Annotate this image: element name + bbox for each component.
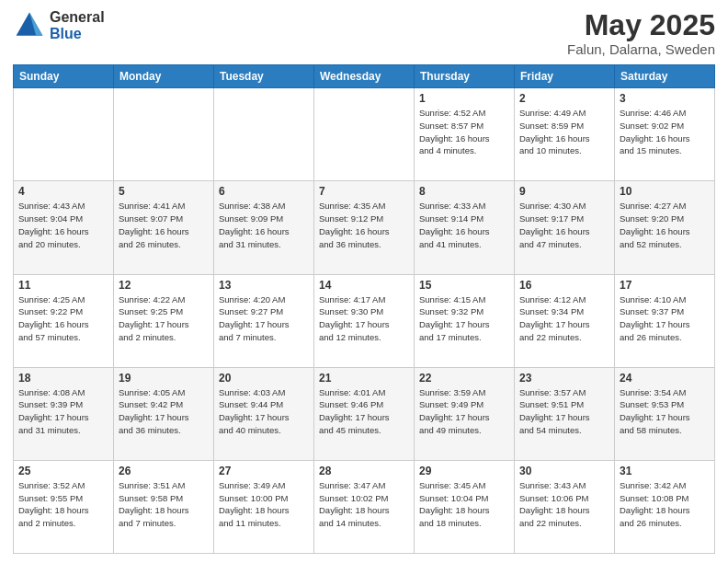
day-number: 14 (319, 279, 409, 292)
day-info: Sunrise: 3:59 AM Sunset: 9:49 PM Dayligh… (419, 386, 509, 437)
main-title: May 2025 (567, 9, 715, 41)
day-info: Sunrise: 3:49 AM Sunset: 10:00 PM Daylig… (219, 479, 309, 530)
logo-icon (13, 9, 46, 42)
day-number: 3 (620, 92, 710, 105)
logo-general: General (50, 9, 105, 26)
header: General Blue May 2025 Falun, Dalarna, Sw… (13, 9, 715, 57)
day-header-friday: Friday (515, 65, 615, 88)
day-header-saturday: Saturday (615, 65, 715, 88)
day-info: Sunrise: 4:20 AM Sunset: 9:27 PM Dayligh… (219, 293, 309, 344)
logo: General Blue (13, 9, 105, 42)
day-number: 26 (119, 465, 209, 477)
day-number: 23 (519, 372, 609, 385)
calendar-cell (14, 88, 114, 181)
day-number: 20 (219, 372, 309, 385)
calendar-cell: 23Sunrise: 3:57 AM Sunset: 9:51 PM Dayli… (515, 367, 615, 460)
day-info: Sunrise: 3:51 AM Sunset: 9:58 PM Dayligh… (119, 479, 209, 530)
calendar-cell: 15Sunrise: 4:15 AM Sunset: 9:32 PM Dayli… (415, 274, 515, 367)
day-number: 28 (319, 465, 409, 477)
day-info: Sunrise: 4:49 AM Sunset: 8:59 PM Dayligh… (519, 107, 609, 157)
calendar-cell: 11Sunrise: 4:25 AM Sunset: 9:22 PM Dayli… (14, 274, 114, 367)
day-number: 25 (18, 465, 108, 477)
week-row-5: 25Sunrise: 3:52 AM Sunset: 9:55 PM Dayli… (14, 460, 715, 553)
calendar-cell: 30Sunrise: 3:43 AM Sunset: 10:06 PM Dayl… (515, 460, 615, 553)
day-number: 2 (519, 92, 609, 105)
day-number: 11 (18, 279, 108, 292)
day-number: 7 (319, 185, 409, 198)
calendar-cell (314, 88, 415, 181)
calendar-cell: 12Sunrise: 4:22 AM Sunset: 9:25 PM Dayli… (114, 274, 214, 367)
calendar-table: SundayMondayTuesdayWednesdayThursdayFrid… (13, 64, 715, 554)
day-info: Sunrise: 4:01 AM Sunset: 9:46 PM Dayligh… (319, 386, 409, 437)
day-info: Sunrise: 4:30 AM Sunset: 9:17 PM Dayligh… (519, 200, 609, 250)
day-number: 9 (519, 185, 609, 198)
day-number: 24 (620, 372, 710, 385)
calendar-cell (114, 88, 214, 181)
day-info: Sunrise: 3:47 AM Sunset: 10:02 PM Daylig… (319, 479, 409, 530)
day-info: Sunrise: 4:46 AM Sunset: 9:02 PM Dayligh… (620, 107, 710, 157)
day-number: 17 (620, 279, 710, 292)
day-number: 13 (219, 279, 309, 292)
day-number: 6 (219, 185, 309, 198)
calendar-cell: 22Sunrise: 3:59 AM Sunset: 9:49 PM Dayli… (415, 367, 515, 460)
calendar-cell: 1Sunrise: 4:52 AM Sunset: 8:57 PM Daylig… (415, 88, 515, 181)
calendar-cell: 25Sunrise: 3:52 AM Sunset: 9:55 PM Dayli… (14, 460, 114, 553)
header-row: SundayMondayTuesdayWednesdayThursdayFrid… (14, 65, 715, 88)
logo-blue: Blue (50, 26, 105, 42)
calendar-cell: 9Sunrise: 4:30 AM Sunset: 9:17 PM Daylig… (515, 181, 615, 274)
calendar-cell: 14Sunrise: 4:17 AM Sunset: 9:30 PM Dayli… (314, 274, 415, 367)
day-info: Sunrise: 4:52 AM Sunset: 8:57 PM Dayligh… (419, 107, 509, 157)
calendar-cell: 6Sunrise: 4:38 AM Sunset: 9:09 PM Daylig… (214, 181, 314, 274)
day-info: Sunrise: 3:42 AM Sunset: 10:08 PM Daylig… (620, 479, 710, 530)
day-number: 10 (620, 185, 710, 198)
calendar-cell: 5Sunrise: 4:41 AM Sunset: 9:07 PM Daylig… (114, 181, 214, 274)
calendar-cell: 8Sunrise: 4:33 AM Sunset: 9:14 PM Daylig… (415, 181, 515, 274)
day-info: Sunrise: 4:41 AM Sunset: 9:07 PM Dayligh… (119, 200, 209, 250)
calendar-cell: 19Sunrise: 4:05 AM Sunset: 9:42 PM Dayli… (114, 367, 214, 460)
calendar-cell: 13Sunrise: 4:20 AM Sunset: 9:27 PM Dayli… (214, 274, 314, 367)
week-row-1: 1Sunrise: 4:52 AM Sunset: 8:57 PM Daylig… (14, 88, 715, 181)
day-info: Sunrise: 4:17 AM Sunset: 9:30 PM Dayligh… (319, 293, 409, 344)
day-info: Sunrise: 3:43 AM Sunset: 10:06 PM Daylig… (519, 479, 609, 530)
calendar-cell: 18Sunrise: 4:08 AM Sunset: 9:39 PM Dayli… (14, 367, 114, 460)
day-number: 18 (18, 372, 108, 385)
day-info: Sunrise: 4:15 AM Sunset: 9:32 PM Dayligh… (419, 293, 509, 344)
calendar-cell: 17Sunrise: 4:10 AM Sunset: 9:37 PM Dayli… (615, 274, 715, 367)
day-number: 12 (119, 279, 209, 292)
day-number: 31 (620, 465, 710, 477)
week-row-3: 11Sunrise: 4:25 AM Sunset: 9:22 PM Dayli… (14, 274, 715, 367)
day-info: Sunrise: 4:35 AM Sunset: 9:12 PM Dayligh… (319, 200, 409, 250)
day-header-thursday: Thursday (415, 65, 515, 88)
calendar-cell: 26Sunrise: 3:51 AM Sunset: 9:58 PM Dayli… (114, 460, 214, 553)
page: General Blue May 2025 Falun, Dalarna, Sw… (0, 0, 728, 563)
day-info: Sunrise: 3:57 AM Sunset: 9:51 PM Dayligh… (519, 386, 609, 437)
calendar-cell: 2Sunrise: 4:49 AM Sunset: 8:59 PM Daylig… (515, 88, 615, 181)
calendar-cell: 16Sunrise: 4:12 AM Sunset: 9:34 PM Dayli… (515, 274, 615, 367)
day-info: Sunrise: 4:33 AM Sunset: 9:14 PM Dayligh… (419, 200, 509, 250)
calendar-cell: 3Sunrise: 4:46 AM Sunset: 9:02 PM Daylig… (615, 88, 715, 181)
day-number: 16 (519, 279, 609, 292)
calendar-cell: 7Sunrise: 4:35 AM Sunset: 9:12 PM Daylig… (314, 181, 415, 274)
calendar-cell: 24Sunrise: 3:54 AM Sunset: 9:53 PM Dayli… (615, 367, 715, 460)
day-number: 1 (419, 92, 509, 105)
day-info: Sunrise: 4:22 AM Sunset: 9:25 PM Dayligh… (119, 293, 209, 344)
day-header-monday: Monday (114, 65, 214, 88)
logo-text: General Blue (50, 9, 105, 41)
day-number: 5 (119, 185, 209, 198)
day-info: Sunrise: 4:03 AM Sunset: 9:44 PM Dayligh… (219, 386, 309, 437)
day-info: Sunrise: 3:52 AM Sunset: 9:55 PM Dayligh… (18, 479, 108, 530)
day-info: Sunrise: 3:45 AM Sunset: 10:04 PM Daylig… (419, 479, 509, 530)
day-info: Sunrise: 4:12 AM Sunset: 9:34 PM Dayligh… (519, 293, 609, 344)
calendar-cell: 28Sunrise: 3:47 AM Sunset: 10:02 PM Dayl… (314, 460, 415, 553)
day-number: 8 (419, 185, 509, 198)
day-number: 15 (419, 279, 509, 292)
title-area: May 2025 Falun, Dalarna, Sweden (567, 9, 715, 57)
day-header-wednesday: Wednesday (314, 65, 415, 88)
day-number: 22 (419, 372, 509, 385)
subtitle: Falun, Dalarna, Sweden (567, 41, 715, 57)
day-info: Sunrise: 4:08 AM Sunset: 9:39 PM Dayligh… (18, 386, 108, 437)
day-number: 21 (319, 372, 409, 385)
day-info: Sunrise: 4:27 AM Sunset: 9:20 PM Dayligh… (620, 200, 710, 250)
day-number: 19 (119, 372, 209, 385)
calendar-cell: 29Sunrise: 3:45 AM Sunset: 10:04 PM Dayl… (415, 460, 515, 553)
